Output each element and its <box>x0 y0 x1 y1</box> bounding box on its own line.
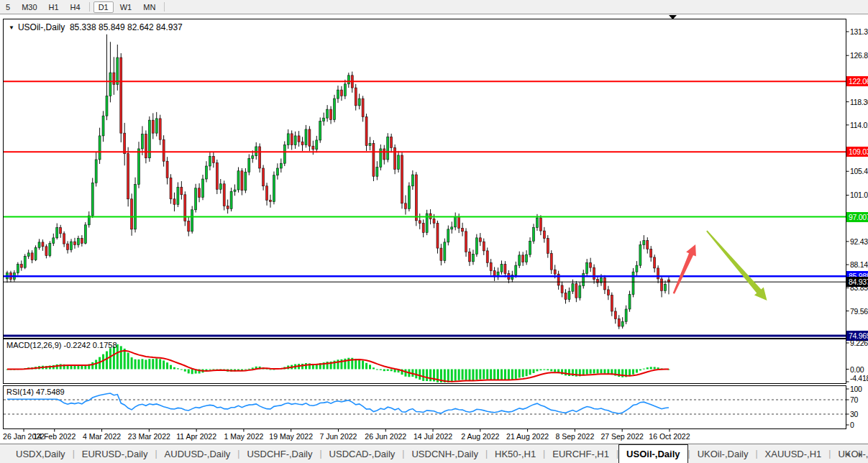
price-tick-label: 88.140 <box>850 260 868 269</box>
price-tick-label: 126.880 <box>850 51 868 60</box>
macd-name: MACD(12,26,9) <box>6 341 61 349</box>
date-tick-label: 1 May 2022 <box>224 432 263 441</box>
rsi-panel <box>4 386 846 429</box>
date-tick-label: 16 Oct 2022 <box>649 432 690 441</box>
macd-label: MACD(12,26,9) -0.2242 0.1758 <box>6 341 117 349</box>
date-tick-label: 14 Jul 2022 <box>414 432 452 441</box>
chart-tab-usdcnh-daily[interactable]: USDCNH-,Daily <box>404 444 485 463</box>
date-tick-label: 14 Feb 2022 <box>33 432 76 441</box>
rsi-name: RSI(14) <box>6 388 34 396</box>
date-tick-label: 2 Aug 2022 <box>461 432 499 441</box>
date-tick-label: 11 Apr 2022 <box>176 432 216 441</box>
axis-ticks <box>24 32 849 432</box>
chart-tab-eurusd-daily[interactable]: EURUSD-,Daily <box>75 444 155 463</box>
chart-tab-usdchf-daily[interactable]: USDCHF-,Daily <box>239 444 319 463</box>
rsi-axis-label: 30 <box>850 410 868 418</box>
tab-scroll-left-icon[interactable]: ◄ <box>844 451 851 458</box>
chart-tab-usoil-daily[interactable]: USOil-,Daily <box>618 444 687 463</box>
chart-tabs-bar: USDX,Daily|EURUSD-,Daily|AUDUSD-,Daily|U… <box>0 444 868 463</box>
date-tick-label: 21 Aug 2022 <box>506 432 549 441</box>
candlestick-series <box>6 35 670 329</box>
chart-tab-eurchf-h1[interactable]: EURCHF-,H1 <box>545 444 616 463</box>
macd-axis-label: -4.4188 <box>850 374 868 382</box>
chart-title: ▼USOil-,Daily 85.338 85.849 82.642 84.93… <box>9 22 183 32</box>
price-tick-label: 92.430 <box>850 237 868 246</box>
date-tick-label: 19 May 2022 <box>269 432 313 441</box>
bullish-arrow-annotation[interactable] <box>673 244 696 294</box>
timeframe-button-5[interactable]: 5 <box>1 1 15 13</box>
price-level-badge: 109.038 <box>846 147 868 157</box>
tab-scroll-right-icon[interactable]: ► <box>857 451 864 458</box>
date-tick-label: 8 Sep 2022 <box>556 432 595 441</box>
macd-panel <box>4 339 846 384</box>
horizontal-level-lines[interactable] <box>4 81 846 336</box>
rsi-value: 47.5489 <box>36 388 65 396</box>
timeframe-button-h4[interactable]: H4 <box>65 1 86 13</box>
price-level-badge: 122.066 <box>846 76 868 86</box>
price-level-badge: 97.007 <box>846 212 868 222</box>
symbol-dropdown-icon[interactable]: ▼ <box>9 24 14 31</box>
timeframe-button-w1[interactable]: W1 <box>115 1 137 13</box>
price-tick-label: 101.010 <box>850 191 868 199</box>
chart-tab-ukoil-daily[interactable]: UKOil-,Daily <box>690 444 756 463</box>
chart-tab-hk50-h1[interactable]: HK50-,H1 <box>488 444 543 463</box>
macd-axis-label: 9.2266 <box>850 339 868 347</box>
price-tick-label: 105.430 <box>850 167 868 175</box>
chart-tab-audusd-daily[interactable]: AUDUSD-,Daily <box>157 444 238 463</box>
timeframe-button-h1[interactable]: H1 <box>44 1 64 13</box>
macd-histogram <box>6 344 670 382</box>
timeframe-button-m30[interactable]: M30 <box>17 1 42 13</box>
date-axis[interactable]: 26 Jan 202214 Feb 20224 Mar 202223 Mar 2… <box>0 430 846 443</box>
chart-symbol-period: USOil-,Daily <box>18 22 65 32</box>
tab-scroll-nav: ◄► <box>844 444 864 463</box>
rsi-label: RSI(14) 47.5489 <box>6 388 65 396</box>
timeframe-button-mn[interactable]: MN <box>138 1 160 13</box>
macd-values: -0.2242 0.1758 <box>63 341 117 349</box>
chart-tab-xauusd-h1[interactable]: XAUUSD-,H1 <box>758 444 829 463</box>
toolbar-separator <box>164 2 165 12</box>
date-tick-label: 27 Sep 2022 <box>600 432 644 441</box>
price-tick-label: 114.010 <box>850 121 868 129</box>
price-level-badge: 84.937 <box>846 277 868 287</box>
macd-axis-label: 0.00 <box>850 365 868 374</box>
chart-ohlc-values: 85.338 85.849 82.642 84.937 <box>70 22 183 32</box>
chart-plot[interactable] <box>0 0 868 463</box>
rsi-line <box>7 393 669 413</box>
date-tick-label: 7 Jun 2022 <box>319 432 357 441</box>
rsi-axis-label: 100 <box>850 385 868 393</box>
chart-tab-usdcad-daily[interactable]: USDCAD-,Daily <box>322 444 403 463</box>
macd-signal-line <box>7 351 669 382</box>
price-tick-label: 131.300 <box>850 27 868 36</box>
main-panel <box>4 19 846 339</box>
mt4-window: 5M30H1H4D1W1MN ▼USOil-,Daily 85.338 85.8… <box>0 0 868 463</box>
chart-shift-marker-icon[interactable] <box>669 15 677 19</box>
timeframe-toolbar: 5M30H1H4D1W1MN <box>0 0 868 14</box>
toolbar-separator <box>89 2 90 12</box>
timeframe-button-d1[interactable]: D1 <box>93 1 114 13</box>
price-tick-label: 118.300 <box>850 98 868 106</box>
date-tick-label: 26 Jun 2022 <box>365 432 406 441</box>
price-tick-label: 79.560 <box>850 307 868 316</box>
date-tick-label: 23 Mar 2022 <box>128 432 170 441</box>
date-tick-label: 4 Mar 2022 <box>83 432 121 441</box>
price-axis[interactable]: 131.300126.880118.300114.010105.430101.0… <box>846 0 868 444</box>
chart-tab-usdx-daily[interactable]: USDX,Daily <box>9 444 73 463</box>
bearish-arrow-annotation[interactable] <box>706 230 767 301</box>
rsi-axis-label: 70 <box>850 395 868 404</box>
rsi-axis-label: 0 <box>850 421 868 429</box>
